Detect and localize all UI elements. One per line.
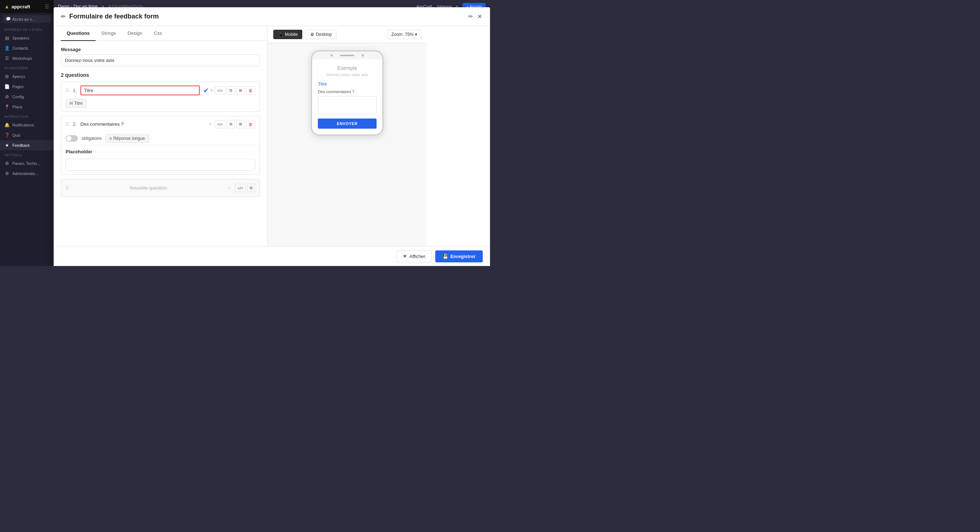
contacts-label: Contacts bbox=[12, 46, 28, 50]
question-1-code-button[interactable]: </> bbox=[215, 87, 226, 95]
new-q-copy-button[interactable]: ⧉ bbox=[247, 184, 255, 192]
question-1-check-button[interactable]: ✔ bbox=[203, 87, 209, 95]
question-2-duplicate-button[interactable]: ⊞ bbox=[236, 120, 245, 128]
plans-icon: 📍 bbox=[4, 104, 10, 110]
question-1-name-input[interactable] bbox=[80, 86, 200, 95]
question-1-duplicate-button[interactable]: ⊞ bbox=[236, 86, 245, 95]
sidebar-item-speakers[interactable]: ▤ Speakers bbox=[0, 33, 54, 43]
sidebar-section-donnees: DONNÉES DE L'ÉVÈN... ▤ Speakers 👤 Contac… bbox=[0, 25, 54, 64]
desktop-preview-button[interactable]: 🖥 Desktop bbox=[305, 30, 336, 39]
right-panel: 📱 Mobile 🖥 Desktop Zoom: 75% ▾ bbox=[267, 26, 427, 246]
pages-label: Pages bbox=[12, 84, 24, 89]
modal-close-button[interactable]: ✕ bbox=[477, 12, 483, 21]
feedback-form-modal: ✏ Formulaire de feedback form ✏ ✕ Questi… bbox=[54, 7, 490, 266]
sidebar-item-pages[interactable]: 📄 Pages bbox=[0, 81, 54, 92]
message-label: Message bbox=[61, 47, 260, 52]
question-1-number: 1. bbox=[73, 88, 77, 93]
tab-strings[interactable]: Strings bbox=[96, 26, 122, 41]
sidebar-item-param-tech[interactable]: ⚙ Param. Techn... bbox=[0, 158, 54, 168]
modal-edit-button[interactable]: ✏ bbox=[468, 12, 474, 21]
question-2-name: Des commentaires ? bbox=[80, 120, 205, 128]
workshops-icon: ☰ bbox=[4, 56, 10, 61]
phone-textarea bbox=[318, 96, 377, 114]
mobile-preview-button[interactable]: 📱 Mobile bbox=[273, 30, 302, 39]
sidebar-item-plans[interactable]: 📍 Plans bbox=[0, 102, 54, 112]
zoom-dropdown-icon: ▾ bbox=[415, 32, 417, 37]
workshops-label: Workshops bbox=[12, 56, 32, 60]
drag-handle-1[interactable]: ⠿ bbox=[65, 88, 69, 94]
notifications-icon: 🔔 bbox=[4, 122, 10, 127]
pages-icon: 📄 bbox=[4, 84, 10, 89]
placeholder-input[interactable] bbox=[65, 159, 255, 171]
sidebar-item-contacts[interactable]: 👤 Contacts bbox=[0, 43, 54, 53]
modal-footer: 👁 Afficher 💾 Enregistrer bbox=[54, 246, 490, 266]
chat-icon: 💬 bbox=[6, 17, 11, 21]
administration-label: Administratio... bbox=[12, 172, 39, 176]
question-1-copy-button[interactable]: ⧉ bbox=[227, 86, 235, 95]
question-2-copy-button[interactable]: ⧉ bbox=[227, 120, 235, 128]
notifications-label: Notifications bbox=[12, 123, 34, 127]
access-button[interactable]: 💬 Accès au s... bbox=[3, 15, 51, 23]
phone-preview-title: Exemple bbox=[318, 65, 377, 71]
question-2-number: 2. bbox=[73, 121, 77, 127]
placeholder-label: Placeholder bbox=[65, 149, 255, 154]
preview-toolbar: 📱 Mobile 🖥 Desktop Zoom: 75% ▾ bbox=[267, 26, 427, 43]
drag-handle-2[interactable]: ⠿ bbox=[65, 121, 69, 127]
appcraft-logo-text: appcraft bbox=[11, 4, 30, 10]
sidebar-item-workshops[interactable]: ☰ Workshops bbox=[0, 53, 54, 64]
sidebar-item-notifications[interactable]: 🔔 Notifications bbox=[0, 120, 54, 130]
phone-submit-button[interactable]: ENVOYER bbox=[318, 119, 377, 129]
appcraft-logo-icon: ▲ bbox=[4, 4, 10, 10]
type-label: Titre bbox=[74, 101, 83, 106]
afficher-button[interactable]: 👁 Afficher bbox=[396, 251, 432, 262]
phone-dot-2 bbox=[362, 54, 364, 57]
administration-icon: ⚙ bbox=[4, 171, 10, 176]
modal-header: ✏ Formulaire de feedback form ✏ ✕ bbox=[54, 7, 490, 26]
plans-label: Plans bbox=[12, 105, 22, 109]
param-tech-icon: ⚙ bbox=[4, 161, 10, 166]
afficher-label: Afficher bbox=[410, 254, 425, 259]
section-label-donnees: DONNÉES DE L'ÉVÈN... bbox=[0, 25, 54, 33]
sidebar-section-plateforme: PLATEFORME ⊞ Aperçu 📄 Pages ⚙ Config 📍 P… bbox=[0, 64, 54, 112]
phone-dot-1 bbox=[331, 54, 333, 57]
tab-css[interactable]: Css bbox=[148, 26, 168, 41]
phone-preview-subtitle: Donnez-nous votre avis bbox=[318, 73, 377, 77]
question-2-header: ⠿ 2. Des commentaires ? ✎ </> ⧉ ⊞ 🗑 bbox=[61, 116, 259, 132]
question-2-row2: obligatoire ≡ Réponse longue bbox=[61, 132, 259, 145]
form-content: Message 2 questions ⠿ 1. ✔ ✎ </> ⧉ bbox=[54, 41, 267, 207]
question-1-edit-icon: ✎ bbox=[210, 89, 213, 92]
phone-notch bbox=[312, 51, 382, 59]
question-2-delete-button[interactable]: 🗑 bbox=[246, 120, 255, 128]
enregistrer-label: Enregistrer bbox=[450, 254, 476, 259]
tabs-bar: Questions Strings Design Css bbox=[54, 26, 267, 41]
menu-icon[interactable]: ☰ bbox=[45, 4, 49, 10]
modal-header-actions: ✏ ✕ bbox=[468, 12, 483, 21]
type-select-button[interactable]: ≡ Réponse longue bbox=[105, 134, 149, 143]
tab-design[interactable]: Design bbox=[122, 26, 148, 41]
message-input[interactable] bbox=[61, 54, 260, 66]
question-1-header: ⠿ 1. ✔ ✎ </> ⧉ ⊞ 🗑 bbox=[61, 82, 259, 99]
question-1-delete-button[interactable]: 🗑 bbox=[246, 87, 255, 95]
tab-questions[interactable]: Questions bbox=[61, 26, 96, 41]
speakers-icon: ▤ bbox=[4, 35, 10, 41]
sidebar-item-administration[interactable]: ⚙ Administratio... bbox=[0, 168, 54, 179]
phone-question-2-label: Des commentaires ? bbox=[318, 89, 377, 94]
section-label-settings: SETTINGS bbox=[0, 150, 54, 158]
obligatoire-toggle[interactable] bbox=[65, 135, 78, 142]
modal-body: Questions Strings Design Css Message 2 q… bbox=[54, 26, 490, 246]
obligatoire-label: obligatoire bbox=[81, 136, 102, 141]
sidebar-item-config[interactable]: ⚙ Config bbox=[0, 92, 54, 102]
sidebar-item-quiz[interactable]: ❓ Quiz bbox=[0, 130, 54, 140]
enregistrer-button[interactable]: 💾 Enregistrer bbox=[435, 251, 483, 262]
modal-title-icon: ✏ bbox=[61, 13, 65, 20]
sidebar-item-apercu[interactable]: ⊞ Aperçu bbox=[0, 71, 54, 81]
zoom-selector[interactable]: Zoom: 75% ▾ bbox=[387, 30, 421, 39]
config-label: Config bbox=[12, 95, 24, 99]
sidebar-item-feedback[interactable]: ★ Feedback bbox=[0, 140, 54, 150]
sidebar-section-settings: SETTINGS ⚙ Param. Techn... ⚙ Administrat… bbox=[0, 150, 54, 179]
new-question-inner: ⠿ Nouvelle question ↔ </> ⧉ bbox=[61, 179, 259, 197]
question-1-type-badge: H Titre bbox=[65, 99, 87, 108]
question-2-code-button[interactable]: </> bbox=[215, 120, 226, 128]
new-q-code-button[interactable]: </> bbox=[235, 184, 246, 192]
apercu-label: Aperçu bbox=[12, 74, 25, 79]
